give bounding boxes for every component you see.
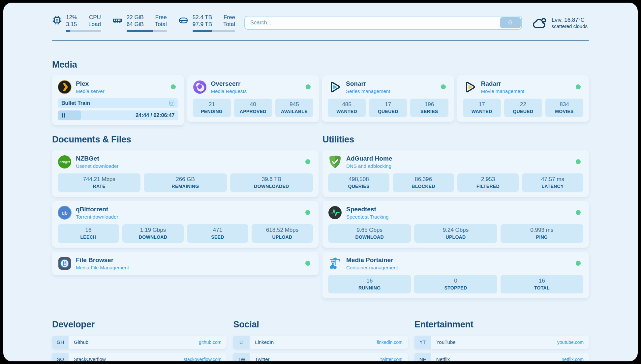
section-title-social: Social [233,319,408,330]
app-name: Overseerr [211,80,302,87]
disk-free-label: Free [223,14,235,21]
stat-tile-seed: 471 SEED [187,224,248,243]
app-card-nzbget[interactable]: nzbget NZBGet Usenet downloader 744.21 M… [52,150,319,197]
section-title-developer: Developer [52,319,227,330]
app-card-adguard[interactable]: AdGuard Home DNS and adblocking 498,508 … [322,150,589,197]
social-column: Social LI LinkedIn linkedin.com TW Twitt… [233,319,408,362]
stat-tile-download: 9.65 Gbps DOWNLOAD [328,224,411,243]
app-card-qbittorrent[interactable]: qb qBittorrent Torrent downloader 16 LEE… [52,201,319,248]
ram-progress-fill [127,30,153,32]
nzbget-icon: nzbget [58,155,72,169]
filebrowser-icon [58,257,72,270]
status-online-dot [171,84,176,89]
system-metrics: 12% 3.15 CPU Load [52,14,235,32]
app-subtitle: Movie management [481,88,572,94]
weather-condition: scattered clouds [552,23,588,29]
section-title-media: Media [52,60,589,70]
app-card-portainer[interactable]: Media Portainer Container management 16 … [322,252,589,298]
stat-tile-download: 1.19 Gbps DOWNLOAD [122,224,184,243]
cpu-progress-fill [66,30,70,32]
app-subtitle: Container management [346,265,571,270]
search-input[interactable] [244,16,522,30]
app-subtitle: DNS and adblocking [346,163,571,169]
stat-tile-running: 16 RUNNING [328,275,411,293]
app-card-speedtest[interactable]: Speedtest Speedtest Tracking 9.65 Gbps D… [322,201,589,248]
status-online-dot [305,210,310,215]
adguard-icon [328,155,342,169]
section-title-utilities: Utilities [322,135,589,145]
utilities-column: Utilities AdGuard Home DNS and adblockin… [322,135,589,298]
search-provider-button[interactable]: G [500,17,521,28]
status-online-dot [576,159,581,164]
app-card-overseerr[interactable]: Overseerr Media Requests 21 PENDING 40 A… [187,75,319,122]
stat-tile-available: 945 AVAILABLE [275,99,313,117]
app-subtitle: Series management [346,88,437,94]
cpu-load-value: 3.15 [66,21,77,28]
ram-metric: 22 GiB 64 GiB Free Total [112,14,167,32]
media-cards: Plex Media server Bullet Train 24:44 / 0… [52,75,589,125]
app-subtitle: Speedtest Tracking [346,214,571,220]
stream-time: 24:44 / 02:06:47 [136,112,174,118]
disk-total-value: 97.9 TB [193,21,212,28]
link-abbr-badge: SO [52,353,69,362]
plex-icon [58,80,72,94]
sonarr-icon [328,80,342,94]
ram-total-label: Total [155,21,167,28]
ram-total-value: 64 GiB [127,21,144,28]
app-subtitle: Media Requests [211,88,302,94]
link-netflix[interactable]: NF Netflix netflix.com [414,353,589,362]
app-card-plex[interactable]: Plex Media server Bullet Train 24:44 / 0… [52,75,184,125]
status-online-dot [576,84,581,89]
stat-tile-wanted: 485 WANTED [328,99,366,117]
search-bar: G [244,16,522,30]
status-online-dot [305,261,310,266]
cpu-load-label: Load [88,21,101,28]
app-name: Media Portainer [346,257,571,264]
stat-tile-series: 196 SERIES [410,99,448,117]
app-subtitle: Media server [76,88,167,94]
app-subtitle: Media File Management [76,265,301,270]
app-card-filebrowser[interactable]: File Browser Media File Management [52,252,319,275]
app-card-radarr[interactable]: Radarr Movie management 17 WANTED 22 QUE… [457,75,589,122]
app-name: Speedtest [346,206,571,213]
ram-free-value: 22 GiB [127,14,144,21]
stat-tile-stopped: 0 STOPPED [414,275,497,293]
ram-free-label: Free [155,14,167,21]
ram-icon [112,15,123,26]
stat-tile-movies: 834 MOVIES [545,99,583,117]
documents-column: Documents & Files nzbget NZBGet Usenet d… [52,135,319,275]
stat-tile-total: 16 TOTAL [501,275,583,293]
app-name: File Browser [76,257,301,264]
ram-progress-track [127,30,167,32]
disk-progress-fill [193,30,212,32]
link-youtube[interactable]: YT YouTube youtube.com [414,336,589,349]
disk-free-value: 52.4 TB [193,14,212,21]
status-online-dot [576,261,581,266]
section-title-entertainment: Entertainment [414,319,589,330]
stat-tile-upload: 9.24 Gbps UPLOAD [414,224,497,243]
app-name: AdGuard Home [346,155,571,162]
stat-tile-remaining: 266 GB REMAINING [144,173,227,192]
app-subtitle: Torrent downloader [76,214,301,220]
svg-text:qb: qb [62,210,68,216]
status-online-dot [576,210,581,215]
link-github[interactable]: GH Github github.com [52,336,227,349]
topbar: 12% 3.15 CPU Load [52,14,589,32]
app-name: qBittorrent [76,206,301,213]
app-card-sonarr[interactable]: Sonarr Series management 485 WANTED 17 Q… [322,75,454,122]
link-abbr-badge: YT [414,336,431,349]
plex-progress-fill [58,110,81,120]
stat-tile-queued: 22 QUEUED [504,99,542,117]
link-twitter[interactable]: TW Twitter twitter.com [233,353,408,362]
plex-progress-bar[interactable]: 24:44 / 02:06:47 [58,110,178,120]
link-linkedin[interactable]: LI LinkedIn linkedin.com [233,336,408,349]
stat-tile-downloaded: 39.6 TB DOWNLOADED [230,173,313,192]
disk-total-label: Total [223,21,235,28]
weather-widget: Lviv, 16.87°C scattered clouds [531,16,588,30]
weather-location-temp: Lviv, 16.87°C [552,17,588,23]
app-name: Plex [76,80,167,87]
link-stackoverflow[interactable]: SO StackOverflow stackoverflow.com [52,353,227,362]
stat-tile-approved: 40 APPROVED [234,99,272,117]
link-abbr-badge: GH [52,336,69,349]
plex-now-playing: Bullet Train [58,98,178,108]
